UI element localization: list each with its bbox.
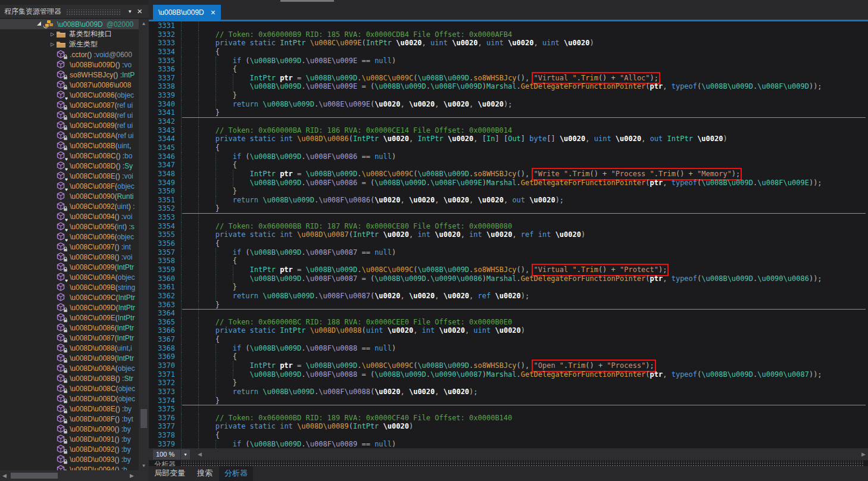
tree-item-method[interactable]: \u008D\u0086(IntPtr [0, 323, 139, 333]
scroll-up-icon[interactable]: ▲ [139, 21, 149, 26]
tree-item-method[interactable]: \u008D\u0089(IntPtr [0, 353, 139, 363]
code-token: \u0020 [508, 39, 533, 48]
code-token: ( [370, 196, 374, 205]
indent-guide [216, 161, 233, 170]
document-tab[interactable]: \u008B\u009D × [153, 5, 221, 20]
tree-item-method[interactable]: \u008D\u008D(objec [0, 393, 139, 404]
tree-item-method[interactable]: \u008C\u0097() : int [0, 242, 139, 252]
assembly-tree[interactable]: \u008B\u009D@02000▷基类型和接口▷派生类型.cctor() :… [0, 19, 139, 470]
tab-title: \u008B\u009D [158, 8, 204, 17]
scroll-left-icon[interactable]: ◀ [2, 473, 7, 479]
tree-item-method[interactable]: \u008C\u009D(IntPtr [0, 302, 139, 313]
tree-item-method[interactable]: \u008C\u0098() : voi [0, 252, 139, 262]
code-line-content [181, 21, 868, 30]
tree-item-method[interactable]: ♥\u008C\u0086(objec [0, 90, 139, 100]
bottom-tab-active[interactable]: 分析器 [219, 466, 253, 481]
code-token: uint [594, 135, 616, 143]
code-token: . [314, 388, 319, 396]
tree-item-method[interactable]: \u008C\u0090(Runti [0, 191, 139, 201]
code-token: typeof [672, 179, 697, 188]
tree-item-method[interactable]: \u008D\u008B() : Str [0, 373, 139, 383]
tree-item-folder[interactable]: ▷派生类型 [0, 39, 139, 49]
tree-item-method[interactable]: \u008C\u0087(ref ui [0, 100, 139, 110]
tree-item-class[interactable]: \u008B\u009D@02000 [0, 19, 139, 29]
tree-item-method[interactable]: \u008C\u008B(uint, [0, 140, 139, 151]
panel-menu-icon[interactable]: ▼ [125, 9, 135, 14]
code-token: objec [118, 395, 135, 403]
code-token: out [650, 135, 667, 143]
scroll-right-icon[interactable]: ▶ [861, 451, 866, 457]
code-token: private static int [216, 422, 297, 431]
expander-expanded-icon[interactable] [37, 21, 41, 26]
tree-item-method[interactable]: \u008C\u0088(ref ui [0, 110, 139, 120]
tree-item-method[interactable]: \u008C\u009C(IntPtr [0, 292, 139, 302]
tree-item-method[interactable]: \u008C\u0099(IntPtr [0, 262, 139, 272]
code-token: . [426, 274, 430, 283]
tree-item-method[interactable]: \u008D\u0088(uint, i [0, 343, 139, 353]
tree-item-method[interactable]: \u008D\u0092() : by [0, 444, 139, 454]
tree-item-method[interactable]: \u0087\u0086\u008 [0, 80, 139, 90]
panel-close-icon[interactable]: × [135, 8, 145, 15]
tree-item-method[interactable]: \u008B\u009D() : vo [0, 60, 139, 70]
tree-item-method[interactable]: \u008D\u0094() : b [0, 464, 139, 470]
line-number: 3336 [149, 65, 181, 74]
tree-item-method[interactable]: ♥\u008C\u008C() : bo [0, 151, 139, 161]
tree-item-method[interactable]: ♥\u008C\u008F(objec [0, 181, 139, 191]
code-line-content: if (\u008B\u009D.\u008F\u0088 == null) [181, 344, 868, 353]
tree-item-method[interactable]: \u008D\u008C(objec [0, 383, 139, 393]
method-icon [57, 364, 67, 373]
scroll-left-icon[interactable]: ◀ [198, 451, 202, 457]
method-icon [57, 465, 67, 470]
expander-collapsed-icon[interactable]: ▷ [49, 32, 56, 37]
tree-item-method[interactable]: ♥\u008C\u0094() : voi [0, 211, 139, 221]
indent-guide [198, 57, 216, 65]
zoom-dropdown-icon[interactable]: ▼ [181, 449, 190, 460]
tab-close-icon[interactable]: × [211, 10, 216, 15]
tree-item-method[interactable]: \u008C\u009E(IntPtr [0, 313, 139, 323]
tree-item-method[interactable]: \u008D\u0090() : by [0, 424, 139, 434]
tree-vertical-scrollbar[interactable]: ▲ ▼ [139, 19, 149, 470]
tree-item-method[interactable]: \u008D\u0093() : by [0, 454, 139, 464]
line-number: 3350 [149, 187, 181, 196]
tree-item-method[interactable]: ♥\u008C\u0095(int) : s [0, 221, 139, 232]
tree-item-label: \u008C\u008B [70, 142, 115, 150]
bottom-tab-inactive[interactable]: 搜索 [192, 466, 218, 481]
tree-item-method[interactable]: \u008D\u008F() : byt [0, 414, 139, 424]
tree-item-method[interactable]: ♥\u008C\u008D() : Sy [0, 161, 139, 171]
code-editor-viewport[interactable]: 33313332// Token: 0x060000B9 RID: 185 RV… [149, 21, 868, 448]
tree-item-method[interactable]: \u008D\u0091() : by [0, 434, 139, 444]
method-icon [57, 252, 67, 261]
tree-item-method[interactable]: \u008C\u009B(string [0, 282, 139, 292]
bottom-tab-inactive[interactable]: 局部变量 [149, 466, 191, 481]
code-line-content [181, 405, 868, 414]
tree-item-method[interactable]: so8WHSBJcy() : IntP [0, 70, 139, 80]
method-icon [57, 121, 67, 130]
tree-vscroll-thumb[interactable] [140, 409, 147, 428]
editor-horizontal-scrollbar[interactable]: ◀ ▶ [195, 449, 868, 460]
code-token: voi [124, 172, 133, 180]
scroll-down-icon[interactable]: ▼ [139, 463, 149, 468]
tree-item-method[interactable]: \u008D\u008A(objec [0, 363, 139, 373]
tree-item-method[interactable]: ♥\u008C\u009A(objec [0, 272, 139, 282]
code-line-content: if (\u008B\u009D.\u008F\u0087 == null) [181, 248, 868, 257]
tree-hscroll-thumb[interactable] [11, 473, 58, 479]
code-token: byt [124, 415, 133, 423]
code-line: 3370IntPtr ptr = \u008B\u009D.\u008C\u00… [149, 361, 868, 370]
tree-item-method[interactable]: .cctor() : void @0600 [0, 49, 139, 60]
expander-collapsed-icon[interactable]: ▷ [49, 42, 56, 47]
tree-item-method[interactable]: ♥\u008C\u008E() : voi [0, 171, 139, 181]
tree-item-method[interactable]: \u008C\u0092(uint) : [0, 201, 139, 211]
tree-item-folder[interactable]: ▷基类型和接口 [0, 29, 139, 39]
tree-item-method[interactable]: \u008C\u008A(ref ui [0, 130, 139, 140]
tree-item-method[interactable]: ♥\u008C\u0096(objec [0, 232, 139, 242]
scroll-right-icon[interactable]: ▶ [130, 473, 134, 479]
tree-item-method[interactable]: \u008C\u0089(ref ui [0, 120, 139, 130]
tree-item-method[interactable]: \u008D\u008E() : by [0, 404, 139, 414]
tree-horizontal-scrollbar[interactable]: ◀ ▶ [0, 470, 149, 481]
code-token: \u0020 [383, 422, 409, 431]
code-token: , [663, 370, 671, 379]
indent-guide [198, 361, 216, 370]
tree-item-method[interactable]: \u008D\u0087(IntPtr [0, 333, 139, 343]
zoom-level-combo[interactable]: 100 % [153, 449, 180, 460]
code-token: ( [413, 266, 417, 274]
